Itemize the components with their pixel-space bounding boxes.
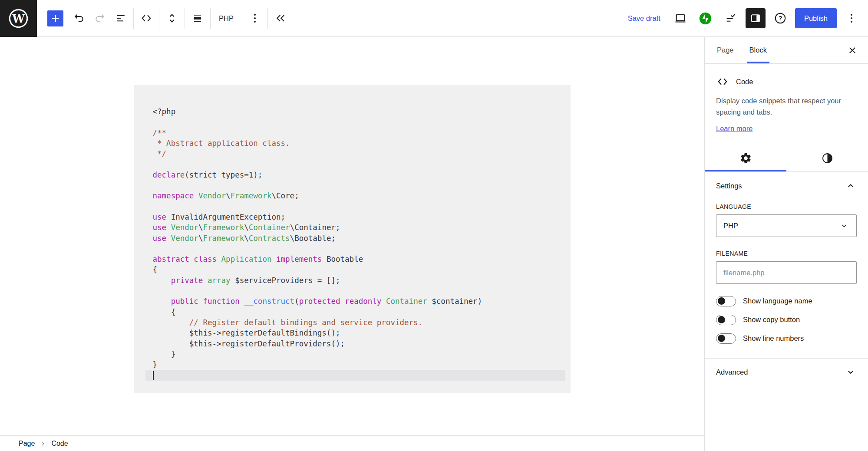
code-line[interactable]: * Abstract application class. bbox=[153, 138, 552, 148]
code-line[interactable] bbox=[153, 159, 552, 169]
code-line[interactable]: { bbox=[153, 264, 552, 275]
list-view-icon bbox=[114, 12, 127, 25]
code-line[interactable]: use InvalidArgumentException; bbox=[153, 212, 552, 222]
code-line[interactable] bbox=[153, 117, 552, 127]
code-line[interactable] bbox=[153, 286, 552, 296]
code-block[interactable]: <?php /** * Abstract application class. … bbox=[134, 85, 571, 393]
document-overview-button[interactable] bbox=[110, 8, 131, 29]
svg-text:?: ? bbox=[778, 14, 782, 22]
block-title: Code bbox=[736, 78, 753, 86]
block-options-button[interactable] bbox=[244, 8, 265, 29]
code-line[interactable]: use Vendor\Framework\Container\Container… bbox=[153, 222, 552, 233]
advanced-panel-title: Advanced bbox=[716, 368, 748, 376]
settings-sidebar: Page Block Code Display code snippets th… bbox=[704, 37, 868, 451]
block-inserter-button[interactable] bbox=[47, 10, 63, 26]
code-line[interactable]: $this->registerDefaultProviders(); bbox=[153, 339, 552, 349]
code-line[interactable] bbox=[145, 370, 565, 380]
close-sidebar-button[interactable] bbox=[842, 40, 863, 61]
settings-panel-title: Settings bbox=[716, 182, 742, 190]
toggle-show-language-name[interactable]: Show language name bbox=[716, 292, 857, 310]
code-line[interactable] bbox=[153, 244, 552, 254]
settings-sidebar-toggle[interactable] bbox=[746, 8, 766, 28]
code-icon bbox=[140, 12, 153, 25]
code-line[interactable]: // Register default bindings and service… bbox=[153, 317, 552, 328]
breadcrumb-code: Code bbox=[51, 440, 68, 448]
tab-styles-view[interactable] bbox=[786, 145, 868, 171]
block-mover-button[interactable] bbox=[162, 8, 182, 29]
code-line[interactable]: namespace Vendor\Framework\Core; bbox=[153, 191, 552, 201]
jetpack-button[interactable] bbox=[695, 8, 716, 29]
toolbar-separator bbox=[185, 8, 185, 29]
toggle-show-line-numbers[interactable]: Show line numbers bbox=[716, 329, 857, 348]
editor-top-bar: W PHP bbox=[0, 0, 868, 37]
toggle-label: Show line numbers bbox=[743, 334, 804, 342]
svg-text:W: W bbox=[12, 12, 25, 25]
chevron-down-icon bbox=[839, 221, 849, 231]
kebab-menu-icon bbox=[248, 12, 261, 25]
code-line[interactable]: public function __construct(protected re… bbox=[153, 296, 552, 306]
collapse-toolbar-button[interactable] bbox=[270, 8, 291, 29]
code-line[interactable]: */ bbox=[153, 148, 552, 159]
toggle-switch[interactable] bbox=[716, 315, 736, 325]
close-icon bbox=[846, 44, 858, 56]
code-line[interactable]: /** bbox=[153, 128, 552, 138]
redo-button[interactable] bbox=[89, 8, 110, 29]
chevron-down-icon bbox=[845, 366, 857, 378]
checklist-icon bbox=[724, 12, 737, 25]
code-line[interactable]: use Vendor\Framework\Contracts\Bootable; bbox=[153, 233, 552, 244]
wordpress-logo[interactable]: W bbox=[0, 0, 37, 37]
toggle-label: Show copy button bbox=[743, 316, 800, 324]
styles-half-circle-icon bbox=[821, 152, 834, 165]
sidebar-panel-icon bbox=[749, 12, 762, 25]
toggle-knob bbox=[718, 316, 725, 323]
double-chevron-left-icon bbox=[274, 12, 287, 25]
learn-more-link[interactable]: Learn more bbox=[716, 125, 752, 133]
tab-block[interactable]: Block bbox=[742, 37, 775, 63]
toggle-show-copy-button[interactable]: Show copy button bbox=[716, 310, 857, 329]
code-line[interactable]: declare(strict_types=1); bbox=[153, 170, 552, 180]
tab-page[interactable]: Page bbox=[709, 37, 742, 63]
language-toolbar-button[interactable]: PHP bbox=[213, 8, 240, 29]
toggle-switch[interactable] bbox=[716, 333, 736, 344]
breadcrumb-page[interactable]: Page bbox=[19, 440, 35, 448]
code-line[interactable]: private array $serviceProviders = []; bbox=[153, 275, 552, 286]
kebab-menu-icon bbox=[845, 12, 858, 25]
editor-canvas: <?php /** * Abstract application class. … bbox=[0, 37, 704, 435]
code-line[interactable]: { bbox=[153, 307, 552, 317]
undo-icon bbox=[73, 12, 86, 25]
advanced-section: Advanced bbox=[705, 358, 868, 385]
filename-input[interactable] bbox=[716, 261, 857, 284]
settings-panel-header[interactable]: Settings bbox=[716, 172, 857, 200]
preview-button[interactable] bbox=[670, 8, 691, 29]
align-button[interactable] bbox=[187, 8, 208, 29]
code-line[interactable]: abstract class Application implements Bo… bbox=[153, 254, 552, 264]
code-line[interactable] bbox=[153, 201, 552, 212]
code-icon bbox=[716, 75, 729, 88]
prepublish-checks-button[interactable] bbox=[720, 8, 741, 29]
toggle-switch[interactable] bbox=[716, 296, 736, 306]
code-line[interactable]: <?php bbox=[153, 106, 552, 117]
block-card: Code Display code snippets that respect … bbox=[705, 64, 868, 145]
jetpack-icon bbox=[699, 12, 712, 25]
toolbar-separator bbox=[210, 8, 211, 29]
code-block-type-button[interactable] bbox=[136, 8, 157, 29]
code-line[interactable]: } bbox=[153, 359, 552, 370]
chevron-up-icon bbox=[845, 180, 857, 192]
code-line[interactable] bbox=[153, 180, 552, 191]
tab-settings-view[interactable] bbox=[705, 145, 786, 171]
advanced-panel-header[interactable]: Advanced bbox=[705, 359, 868, 385]
save-draft-button[interactable]: Save draft bbox=[623, 8, 666, 28]
editor-options-button[interactable] bbox=[841, 8, 862, 29]
language-select[interactable]: PHP bbox=[716, 214, 857, 237]
publish-button[interactable]: Publish bbox=[795, 8, 837, 28]
sidebar-tabs: Page Block bbox=[705, 37, 868, 64]
redo-icon bbox=[93, 12, 106, 25]
toolbar-separator bbox=[159, 8, 159, 29]
settings-panel: Settings LANGUAGE PHP FILENAME Show lang… bbox=[705, 172, 868, 357]
help-button[interactable]: ? bbox=[770, 8, 791, 29]
language-field-label: LANGUAGE bbox=[716, 203, 857, 210]
code-line[interactable]: $this->registerDefaultBindings(); bbox=[153, 328, 552, 338]
undo-button[interactable] bbox=[69, 8, 89, 29]
help-icon: ? bbox=[774, 12, 787, 25]
code-line[interactable]: } bbox=[153, 349, 552, 359]
